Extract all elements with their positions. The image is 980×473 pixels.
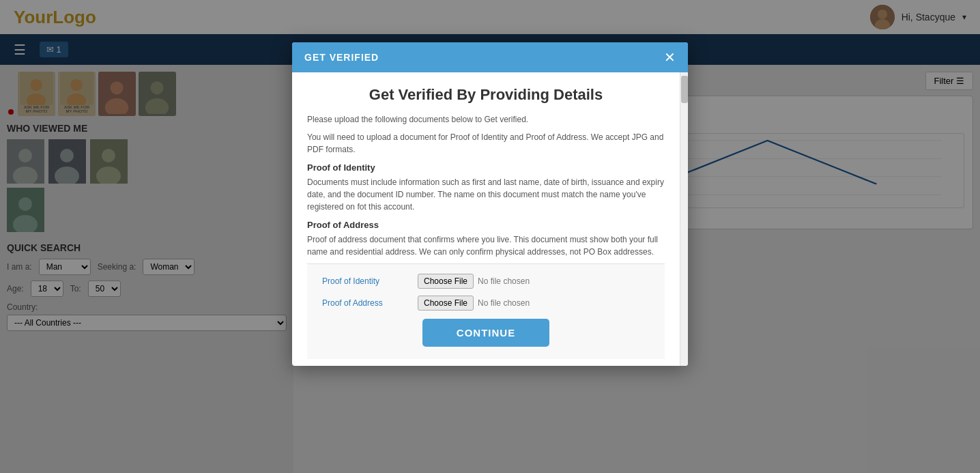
file-input-address: Choose File No file chosen [418, 296, 530, 311]
modal-scrollbar[interactable] [680, 72, 688, 366]
modal-scroll-area[interactable]: Get Verified By Providing Details Please… [292, 72, 680, 366]
modal-header: GET VERIFIED ✕ [292, 42, 688, 72]
get-verified-modal: GET VERIFIED ✕ Get Verified By Providing… [292, 42, 688, 366]
file-input-identity: Choose File No file chosen [418, 274, 530, 289]
proof-address-heading: Proof of Address [307, 220, 665, 230]
no-file-identity-text: No file chosen [478, 276, 530, 286]
file-label-identity: Proof of Identity [322, 276, 411, 286]
proof-address-desc: Proof of address document that confirms … [307, 233, 665, 258]
file-upload-section: Proof of Identity Choose File No file ch… [307, 263, 665, 359]
modal-intro-1: Please upload the following documents be… [307, 113, 665, 126]
file-row-address: Proof of Address Choose File No file cho… [322, 296, 650, 311]
modal-main-title: Get Verified By Providing Details [307, 86, 665, 104]
modal-header-title: GET VERIFIED [304, 52, 379, 63]
modal-scrollbar-thumb[interactable] [681, 76, 688, 103]
choose-file-address-button[interactable]: Choose File [418, 296, 474, 311]
modal-intro-2: You will need to upload a document for P… [307, 131, 665, 156]
proof-identity-heading: Proof of Identity [307, 162, 665, 173]
continue-button[interactable]: CONTINUE [422, 319, 549, 347]
file-label-address: Proof of Address [322, 298, 411, 308]
modal-close-button[interactable]: ✕ [664, 51, 676, 64]
choose-file-identity-button[interactable]: Choose File [418, 274, 474, 289]
modal-body: Get Verified By Providing Details Please… [292, 72, 688, 366]
file-row-identity: Proof of Identity Choose File No file ch… [322, 274, 650, 289]
proof-identity-desc: Documents must include information such … [307, 176, 665, 213]
no-file-address-text: No file chosen [478, 298, 530, 308]
